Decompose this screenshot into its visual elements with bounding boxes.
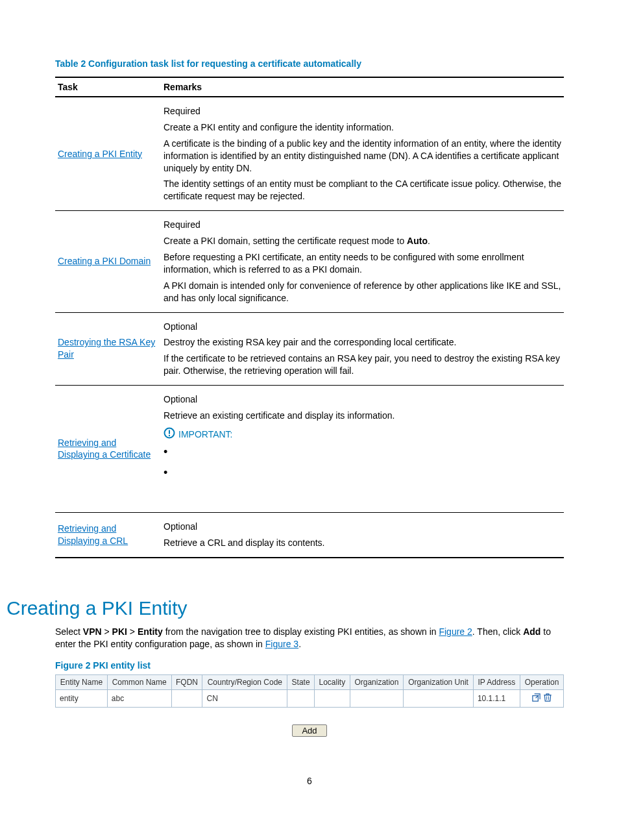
col-ou: Organization Unit (404, 674, 474, 689)
table-row: Retrieving and Displaying a CRL Optional… (55, 512, 564, 557)
remark-text: Retrieve a CRL and display its contents. (164, 537, 561, 549)
cell-operation (520, 689, 564, 707)
link-figure-2[interactable]: Figure 2 (439, 626, 472, 637)
col-entity-name: Entity Name (56, 674, 108, 689)
cell-state (287, 689, 315, 707)
cell-ou (404, 689, 474, 707)
add-button[interactable]: Add (292, 724, 326, 737)
table-row: Creating a PKI Entity Required Create a … (55, 97, 564, 211)
col-locality: Locality (315, 674, 350, 689)
col-country: Country/Region Code (202, 674, 287, 689)
svg-rect-1 (169, 430, 170, 434)
cell-org (350, 689, 404, 707)
link-creating-pki-domain[interactable]: Creating a PKI Domain (58, 256, 151, 266)
remark-text: Optional (164, 321, 561, 333)
remark-text: Optional (164, 521, 561, 533)
cell-locality (315, 689, 350, 707)
table-row: Creating a PKI Domain Required Create a … (55, 211, 564, 312)
table-row: Destroying the RSA Key Pair Optional Des… (55, 312, 564, 386)
cell-entity-name: entity (56, 689, 108, 707)
col-fqdn: FQDN (171, 674, 202, 689)
link-retrieve-cert[interactable]: Retrieving and Displaying a Certificate (58, 438, 151, 460)
pki-entity-grid: Entity Name Common Name FQDN Country/Reg… (55, 674, 564, 708)
task-table: Task Remarks Creating a PKI Entity Requi… (55, 77, 564, 558)
figure-caption: Figure 2 PKI entity list (55, 660, 564, 671)
remark-text: Retrieve an existing certificate and dis… (164, 410, 561, 422)
table-caption: Table 2 Configuration task list for requ… (55, 58, 564, 69)
remark-text: Create a PKI entity and configure the id… (164, 121, 561, 134)
col-ip: IP Address (473, 674, 520, 689)
remark-text: A PKI domain is intended only for conven… (164, 280, 561, 304)
link-destroy-rsa[interactable]: Destroying the RSA Key Pair (58, 337, 155, 360)
remark-text: Optional (164, 393, 561, 406)
important-bullets: • • (164, 446, 561, 499)
remark-text: Create a PKI domain, setting the certifi… (164, 235, 561, 247)
page-number: 6 (55, 776, 564, 786)
edit-icon[interactable] (531, 693, 541, 704)
important-label: IMPORTANT: (178, 428, 233, 441)
section-paragraph: Select VPN > PKI > Entity from the navig… (55, 626, 564, 651)
link-creating-pki-entity[interactable]: Creating a PKI Entity (58, 149, 142, 159)
cell-country: CN (202, 689, 287, 707)
remark-text: Destroy the existing RSA key pair and th… (164, 336, 561, 349)
col-operation: Operation (520, 674, 564, 689)
cell-common-name: abc (107, 689, 171, 707)
cell-fqdn (171, 689, 202, 707)
section-heading: Creating a PKI Entity (6, 597, 564, 619)
trash-icon[interactable] (543, 693, 552, 704)
col-state: State (287, 674, 315, 689)
svg-rect-2 (169, 435, 170, 436)
th-remarks: Remarks (161, 77, 564, 97)
important-icon (164, 427, 175, 442)
remark-text: Required (164, 219, 561, 231)
link-retrieve-crl[interactable]: Retrieving and Displaying a CRL (58, 523, 128, 546)
remark-text: The identity settings of an entity must … (164, 178, 561, 203)
remark-text: Required (164, 105, 561, 117)
remark-text: If the certificate to be retrieved conta… (164, 352, 561, 377)
col-common-name: Common Name (107, 674, 171, 689)
col-org: Organization (350, 674, 404, 689)
link-figure-3[interactable]: Figure 3 (265, 639, 298, 649)
th-task: Task (55, 77, 161, 97)
table-row: Retrieving and Displaying a Certificate … (55, 386, 564, 513)
remark-text: A certificate is the binding of a public… (164, 138, 561, 175)
remark-text: Before requesting a PKI certificate, an … (164, 251, 561, 276)
grid-row: entity abc CN 10.1.1.1 (56, 689, 564, 707)
cell-ip: 10.1.1.1 (473, 689, 520, 707)
